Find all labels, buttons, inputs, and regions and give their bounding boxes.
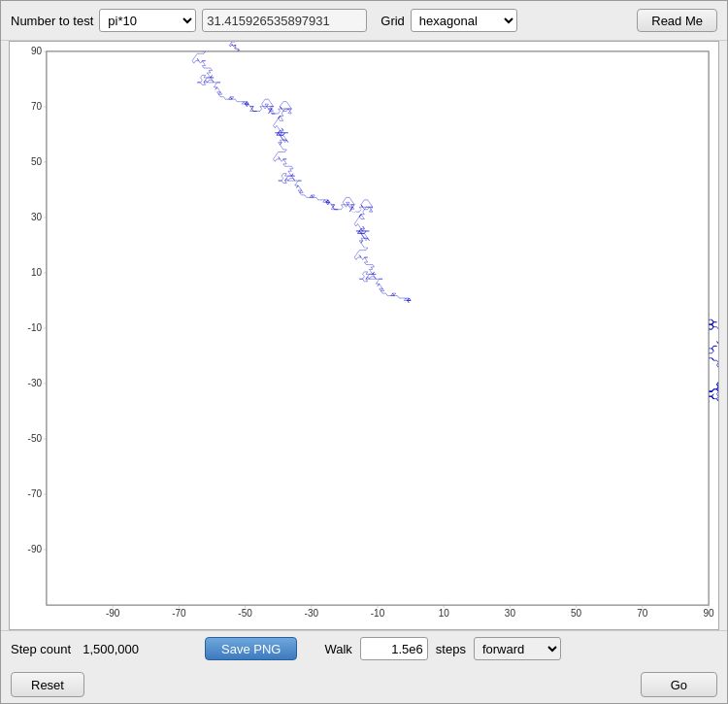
toolbar: Number to test pi*10 pi e sqrt(2) phi Gr… xyxy=(1,1,727,41)
main-canvas xyxy=(10,42,718,629)
steps-label: steps xyxy=(436,642,466,656)
step-count-label: Step count xyxy=(11,642,71,656)
read-me-button[interactable]: Read Me xyxy=(637,9,717,32)
grid-label: Grid xyxy=(381,14,405,28)
save-png-button[interactable]: Save PNG xyxy=(205,637,297,660)
go-button[interactable]: Go xyxy=(641,672,717,697)
plot-area xyxy=(9,41,719,630)
direction-select[interactable]: forward backward xyxy=(474,637,561,660)
step-count-value: 1,500,000 xyxy=(83,642,139,656)
app-window: Number to test pi*10 pi e sqrt(2) phi Gr… xyxy=(0,0,728,704)
footer-bar: Reset Go xyxy=(1,666,727,703)
bottom-bar: Step count 1,500,000 Save PNG Walk steps… xyxy=(1,630,727,666)
value-display[interactable] xyxy=(202,9,367,32)
number-select[interactable]: pi*10 pi e sqrt(2) phi xyxy=(99,9,196,32)
reset-button[interactable]: Reset xyxy=(11,672,84,697)
number-label: Number to test xyxy=(11,14,93,28)
grid-select[interactable]: hexagonal square triangular xyxy=(411,9,517,32)
walk-label: Walk xyxy=(324,642,351,656)
steps-input[interactable] xyxy=(360,637,428,660)
